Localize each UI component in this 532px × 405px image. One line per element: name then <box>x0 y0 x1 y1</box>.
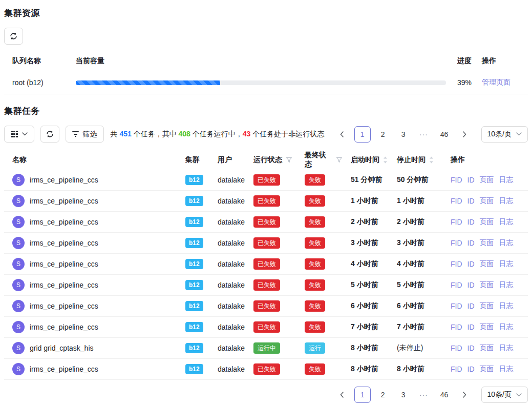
page-link[interactable]: 页面 <box>480 259 494 269</box>
id-link[interactable]: ID <box>467 218 475 226</box>
pagination-page-1[interactable]: 1 <box>354 126 371 143</box>
page-size-select[interactable]: 10条/页 <box>481 126 528 143</box>
chevron-right-icon <box>462 131 467 137</box>
row-actions: FIDID页面日志 <box>442 322 528 332</box>
summary-text: 个任务运行中， <box>190 130 243 138</box>
final-status-badge: 失败 <box>305 363 325 375</box>
id-link[interactable]: ID <box>467 260 475 268</box>
column-header-action: 操作 <box>474 56 528 66</box>
page-link[interactable]: 页面 <box>480 217 494 227</box>
summary-text: 个任务处于非运行状态 <box>250 130 324 138</box>
filter-button[interactable]: 筛选 <box>66 126 104 143</box>
page-size-select[interactable]: 10条/页 <box>481 387 528 403</box>
id-link[interactable]: ID <box>467 344 475 352</box>
table-row: S irms_ce_pipeline_ccs b12 datalake 已失败 … <box>4 170 528 191</box>
filter-funnel-icon[interactable] <box>336 157 343 163</box>
fid-link[interactable]: FID <box>451 197 462 205</box>
pagination-page-2[interactable]: 2 <box>375 126 391 143</box>
id-link[interactable]: ID <box>467 239 475 247</box>
id-link[interactable]: ID <box>467 176 475 184</box>
manage-page-link[interactable]: 管理页面 <box>482 78 510 86</box>
avatar: S <box>12 363 25 375</box>
resources-refresh-button[interactable] <box>4 28 23 45</box>
id-link[interactable]: ID <box>467 323 475 331</box>
start-time: 5 小时前 <box>343 280 389 290</box>
page-link[interactable]: 页面 <box>480 301 494 311</box>
fid-link[interactable]: FID <box>451 218 462 226</box>
fid-link[interactable]: FID <box>451 365 462 373</box>
fid-link[interactable]: FID <box>451 239 462 247</box>
id-link[interactable]: ID <box>467 197 475 205</box>
fid-link[interactable]: FID <box>451 260 462 268</box>
start-time: 8 小时前 <box>343 343 389 353</box>
tasks-toolbar: 筛选 共 451 个任务，其中 408 个任务运行中，43 个任务处于非运行状态… <box>4 126 528 143</box>
page-link[interactable]: 页面 <box>480 175 494 185</box>
fid-link[interactable]: FID <box>451 176 462 184</box>
tasks-refresh-button[interactable] <box>40 126 59 143</box>
run-status-badge: 已失败 <box>253 321 280 333</box>
page-link[interactable]: 页面 <box>480 238 494 248</box>
tasks-table-header: 名称集群用户运行状态最终状态启动时间停止时间操作 <box>4 150 528 170</box>
start-time: 4 小时前 <box>343 259 389 269</box>
fid-link[interactable]: FID <box>451 344 462 352</box>
tasks-summary: 共 451 个任务，其中 408 个任务运行中，43 个任务处于非运行状态 <box>111 130 325 139</box>
page-link[interactable]: 页面 <box>480 322 494 332</box>
page-link[interactable]: 页面 <box>480 364 494 374</box>
stop-time: 6 小时前 <box>389 301 442 311</box>
log-link[interactable]: 日志 <box>499 196 514 206</box>
sorter-icon[interactable] <box>429 156 434 164</box>
log-link[interactable]: 日志 <box>499 301 514 311</box>
pagination-page-1[interactable]: 1 <box>354 387 371 403</box>
cluster-tag: b12 <box>185 364 203 374</box>
cluster-tag: b12 <box>185 238 203 248</box>
pagination-next-button[interactable] <box>457 126 473 143</box>
pagination-page-2[interactable]: 2 <box>375 387 391 403</box>
task-name: irms_ce_pipeline_ccs <box>30 260 98 268</box>
fid-link[interactable]: FID <box>451 323 462 331</box>
pagination-page-46[interactable]: 46 <box>436 126 453 143</box>
page-link[interactable]: 页面 <box>480 280 494 290</box>
log-link[interactable]: 日志 <box>499 175 514 185</box>
log-link[interactable]: 日志 <box>499 280 514 290</box>
stop-time: 7 小时前 <box>389 322 442 332</box>
log-link[interactable]: 日志 <box>499 322 514 332</box>
log-link[interactable]: 日志 <box>499 259 514 269</box>
pagination-prev-button <box>334 387 350 403</box>
pagination-page-3[interactable]: 3 <box>395 126 412 143</box>
pagination-page-46[interactable]: 46 <box>436 387 453 403</box>
cluster-tag: b12 <box>185 217 203 227</box>
log-link[interactable]: 日志 <box>499 238 514 248</box>
log-link[interactable]: 日志 <box>499 343 514 353</box>
start-time: 51 分钟前 <box>343 175 389 185</box>
summary-text: 共 <box>111 130 120 138</box>
filter-funnel-icon[interactable] <box>286 157 292 163</box>
avatar: S <box>12 258 25 270</box>
log-link[interactable]: 日志 <box>499 364 514 374</box>
final-status-badge: 失败 <box>305 216 325 228</box>
log-link[interactable]: 日志 <box>499 217 514 227</box>
pagination-next-button[interactable] <box>457 387 473 403</box>
stop-time: 5 小时前 <box>389 280 442 290</box>
page-link[interactable]: 页面 <box>480 196 494 206</box>
user-name: datalake <box>209 302 245 310</box>
column-header-cluster: 集群 <box>177 155 209 165</box>
page-link[interactable]: 页面 <box>480 343 494 353</box>
task-name: irms_ce_pipeline_ccs <box>30 239 98 247</box>
pagination-page-3[interactable]: 3 <box>395 387 412 403</box>
column-header-user: 用户 <box>209 155 245 165</box>
avatar: S <box>12 216 25 228</box>
chevron-left-icon <box>339 392 344 398</box>
sorter-icon[interactable] <box>383 156 388 164</box>
run-status-badge: 已失败 <box>253 363 280 375</box>
id-link[interactable]: ID <box>467 302 475 310</box>
summary-count-total: 451 <box>119 130 131 138</box>
row-actions: FIDID页面日志 <box>442 238 528 248</box>
layout-switcher-button[interactable] <box>4 126 34 143</box>
start-time: 3 小时前 <box>343 238 389 248</box>
fid-link[interactable]: FID <box>451 302 462 310</box>
fid-link[interactable]: FID <box>451 281 462 289</box>
column-header-run-status: 运行状态 <box>245 155 296 165</box>
id-link[interactable]: ID <box>467 281 475 289</box>
id-link[interactable]: ID <box>467 365 475 373</box>
task-name: irms_ce_pipeline_ccs <box>30 365 98 373</box>
